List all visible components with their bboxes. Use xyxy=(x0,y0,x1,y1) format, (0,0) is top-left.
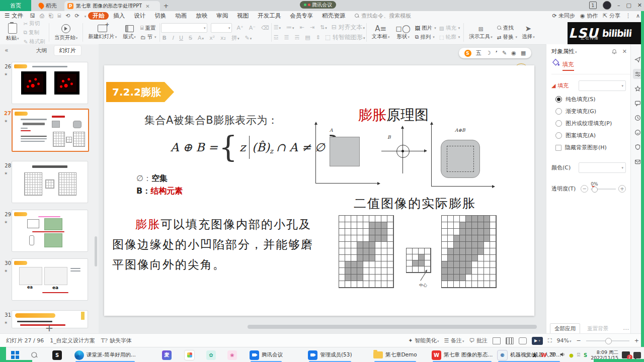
taskbar-app-wps[interactable]: W 第七章 图像的形态... xyxy=(432,347,493,362)
tray-cloud-icon[interactable]: S xyxy=(584,352,587,358)
align-text-button[interactable]: ⊟ 对齐文本 xyxy=(332,23,365,32)
minimize-button[interactable]: – xyxy=(617,2,620,9)
decrease-font-icon[interactable]: A⁻ xyxy=(248,25,257,31)
sidebar-scrollbar[interactable] xyxy=(95,236,97,266)
slide-thumbnail-27-selected[interactable] xyxy=(12,109,89,152)
taskbar-app-members[interactable]: 管理成员(53) xyxy=(308,347,352,362)
italic-button[interactable]: I xyxy=(171,35,175,41)
taskbar-app-photos[interactable] xyxy=(184,347,195,362)
horizontal-scrollbar[interactable] xyxy=(248,325,537,329)
comment-button[interactable]: 🗩 批注 xyxy=(469,337,488,344)
ime-skin-icon[interactable] xyxy=(502,50,507,56)
increase-font-icon[interactable]: A⁺ xyxy=(235,25,244,31)
ribbon-tab-view[interactable]: 视图 xyxy=(232,12,253,20)
present-tools-button[interactable]: ⧈ 演示工具 xyxy=(467,25,494,40)
zoom-slider[interactable] xyxy=(586,340,629,341)
arrange-button[interactable]: ⧉ 排列 xyxy=(415,34,436,41)
option-picture-fill[interactable]: 图片或纹理填充(P) xyxy=(555,120,631,127)
tab-docer[interactable]: 稻壳 xyxy=(31,0,64,11)
shape-button[interactable]: ◻◯ 形状 xyxy=(394,25,412,40)
underline-button[interactable]: U xyxy=(178,35,184,41)
output-icon[interactable]: ⎙ xyxy=(40,13,44,19)
ribbon-tab-member[interactable]: 会员专享 xyxy=(285,12,317,20)
fit-slide-icon[interactable]: ⛶ xyxy=(548,337,552,344)
fill-button[interactable]: ▨ 填充 xyxy=(439,25,460,32)
indent-icon[interactable]: ⇥ xyxy=(309,24,315,31)
ribbon-tab-developer[interactable]: 开发工具 xyxy=(253,12,285,20)
section-button[interactable]: 🗀 节 xyxy=(140,34,156,41)
taskbar-search-button[interactable] xyxy=(32,347,37,362)
taskbar-app-teal[interactable]: ✿ xyxy=(206,347,216,362)
preview-icon[interactable]: ⌸ xyxy=(58,13,61,19)
fill-tab[interactable]: 填充 xyxy=(562,61,574,71)
paint-bucket-icon[interactable] xyxy=(551,58,560,66)
missing-font-label[interactable]: 缺失字体 xyxy=(110,337,132,344)
more-menu-icon[interactable]: ⋮ xyxy=(625,13,631,19)
ime-logo-icon[interactable]: S xyxy=(464,50,471,57)
font-name-select[interactable] xyxy=(161,23,207,33)
redo-icon[interactable]: ⟳ xyxy=(74,13,79,19)
number-list-icon[interactable]: ≔ xyxy=(285,24,295,31)
slideshow-play-button[interactable]: ▶ xyxy=(532,337,543,345)
align-center-icon[interactable]: ☰ xyxy=(283,34,290,41)
command-search[interactable]: 查找命令、搜索模板 xyxy=(355,12,411,20)
close-button[interactable]: ✕ xyxy=(637,2,642,9)
fill-section-toggle[interactable]: ◢ 填充 xyxy=(551,82,569,89)
notification-center-icon[interactable]: 2 xyxy=(622,351,630,358)
replace-button[interactable]: ⇄ 替换 xyxy=(497,34,517,41)
tab-document[interactable]: P 第七章 图像的形态学处理PPT ✕ xyxy=(64,1,160,11)
color-dropdown[interactable] xyxy=(579,162,626,173)
transparency-slider[interactable]: 0% xyxy=(591,189,616,190)
tab-slides[interactable]: 幻灯片 xyxy=(54,46,81,55)
picture-button[interactable]: 🖽 图片 xyxy=(415,25,436,32)
layout-button[interactable]: 版式 xyxy=(121,25,137,40)
option-gradient-fill[interactable]: 渐变填充(G) xyxy=(555,108,631,115)
panel-more-icon[interactable]: ⋯ xyxy=(623,326,629,333)
tray-camera-icon[interactable]: ⌻ xyxy=(577,352,580,358)
outdent-icon[interactable]: ⇤ xyxy=(299,24,305,31)
select-button[interactable]: ➤ 选择 xyxy=(520,25,536,40)
ribbon-tab-insert[interactable]: 插入 xyxy=(109,12,129,20)
to-smart-diagram-button[interactable]: ⬚ 转智能图形 xyxy=(325,33,365,42)
slide-canvas[interactable]: 7.2.2膨胀 集合A被集合B膨胀表示为： A ⊕ B = { z (B̂)z … xyxy=(104,65,534,316)
zoom-percent[interactable]: 94% xyxy=(557,337,572,344)
tab-outline[interactable]: 大纲 xyxy=(31,46,52,55)
taskbar-app-demo-folder[interactable]: 第七章Demo xyxy=(373,347,417,362)
tab-count-icon[interactable]: 1 xyxy=(589,2,597,9)
notes-button[interactable]: ☰ 备注 xyxy=(444,337,464,344)
tray-mic-icon[interactable]: 🎤︎ xyxy=(532,352,537,358)
textbox-button[interactable]: A≡ 文本框 xyxy=(370,25,391,40)
meeting-overlay-pill[interactable]: 腾讯会议 xyxy=(300,1,336,9)
collaborate-button[interactable]: ◉ 协作 xyxy=(580,12,598,20)
bullet-list-icon[interactable]: ☰ xyxy=(273,24,282,31)
superscript-button[interactable]: x² xyxy=(208,35,216,41)
close-document-icon[interactable]: ✕ xyxy=(145,4,149,9)
strikethrough-button[interactable]: S xyxy=(188,35,193,41)
transparency-minus-button[interactable]: − xyxy=(581,185,588,193)
option-solid-fill[interactable]: 纯色填充(S) xyxy=(555,96,631,103)
save-icon[interactable]: 🖫 xyxy=(30,13,35,19)
reset-background-button[interactable]: 重置背景 xyxy=(583,324,612,334)
taskbar-app-dancer[interactable]: 麦 xyxy=(162,347,172,362)
reading-view-icon[interactable] xyxy=(519,337,527,344)
ime-toolbox-icon[interactable] xyxy=(521,50,526,56)
slide-thumbnail-30[interactable]: ea ea xyxy=(12,258,88,301)
undo-icon[interactable]: ⟲ xyxy=(65,13,70,19)
new-slide-button[interactable]: 新建幻灯片 xyxy=(87,25,118,40)
collapse-sidebar-button[interactable]: « xyxy=(0,47,13,54)
file-menu[interactable]: ☰ 文件 xyxy=(0,12,28,20)
ribbon-tab-slideshow[interactable]: 放映 xyxy=(191,12,212,20)
clear-format-icon[interactable]: ⌫ xyxy=(260,25,270,31)
font-size-select[interactable] xyxy=(211,23,232,33)
input-method-bar[interactable]: S 五 xyxy=(459,48,531,58)
outline-button[interactable]: ⬚ 轮廓 xyxy=(439,34,460,41)
ime-fullhalf-icon[interactable] xyxy=(486,50,491,56)
zoom-slider-thumb[interactable] xyxy=(605,338,612,344)
ribbon-tab-review[interactable]: 审阅 xyxy=(212,12,232,20)
normal-view-icon[interactable] xyxy=(493,337,501,344)
option-pattern-fill[interactable]: 图案填充(A) xyxy=(555,132,631,139)
align-left-icon[interactable]: ☲ xyxy=(273,34,280,41)
font-color-button[interactable]: A xyxy=(197,35,205,41)
ime-account-icon[interactable] xyxy=(511,50,516,56)
new-tab-button[interactable]: + xyxy=(160,0,172,11)
